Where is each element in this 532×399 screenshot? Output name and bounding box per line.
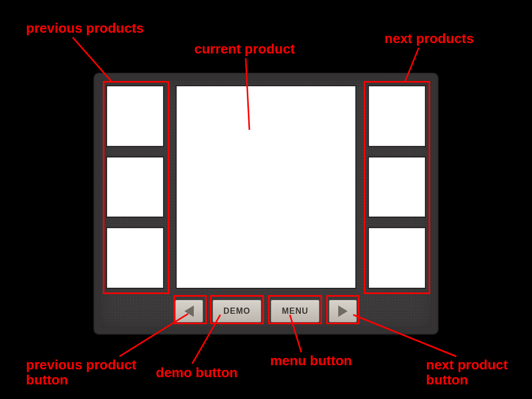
label-previous-button: previous product button bbox=[26, 357, 136, 387]
label-current-product: current product bbox=[194, 42, 295, 57]
previous-product-thumb[interactable] bbox=[106, 85, 164, 147]
next-products-column bbox=[368, 85, 426, 289]
previous-product-thumb[interactable] bbox=[106, 227, 164, 289]
product-browser-device: DEMO MENU bbox=[94, 73, 438, 335]
triangle-right-icon bbox=[338, 305, 348, 317]
previous-product-button[interactable] bbox=[175, 300, 203, 323]
previous-product-thumb[interactable] bbox=[106, 156, 164, 218]
next-product-thumb[interactable] bbox=[368, 85, 426, 147]
label-menu-button: menu button bbox=[270, 353, 352, 368]
control-bar: DEMO MENU bbox=[95, 298, 437, 324]
previous-products-column bbox=[106, 85, 164, 289]
current-product-viewport[interactable] bbox=[176, 85, 356, 289]
menu-button[interactable]: MENU bbox=[271, 300, 320, 323]
demo-button[interactable]: DEMO bbox=[212, 300, 261, 323]
screen-area bbox=[106, 85, 426, 289]
label-next-products: next products bbox=[384, 31, 474, 46]
next-product-thumb[interactable] bbox=[368, 227, 426, 289]
label-previous-products: previous products bbox=[26, 21, 144, 36]
next-product-button[interactable] bbox=[329, 300, 357, 323]
label-demo-button: demo button bbox=[156, 365, 237, 380]
label-next-button: next product button bbox=[426, 357, 508, 387]
next-product-thumb[interactable] bbox=[368, 156, 426, 218]
triangle-left-icon bbox=[184, 305, 194, 317]
